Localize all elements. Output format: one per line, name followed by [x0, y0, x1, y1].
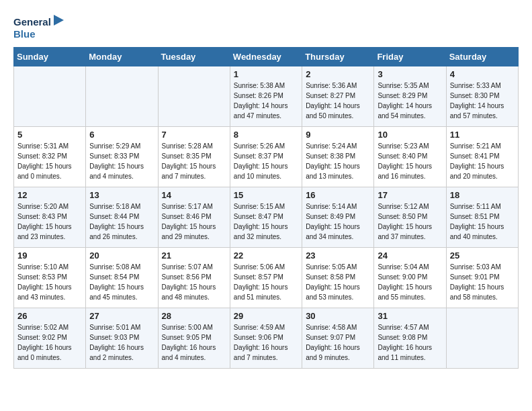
week-row-1: 1Sunrise: 5:38 AM Sunset: 8:26 PM Daylig… — [14, 66, 519, 127]
calendar-cell: 1Sunrise: 5:38 AM Sunset: 8:26 PM Daylig… — [230, 66, 302, 127]
logo-icon: GeneralBlue — [13, 13, 67, 40]
day-number: 15 — [234, 190, 298, 200]
calendar-cell — [14, 66, 86, 127]
day-number: 1 — [234, 69, 298, 79]
calendar-cell: 18Sunrise: 5:11 AM Sunset: 8:51 PM Dayli… — [446, 187, 518, 248]
day-number: 2 — [306, 69, 370, 79]
day-info: Sunrise: 5:18 AM Sunset: 8:44 PM Dayligh… — [89, 201, 154, 242]
day-number: 5 — [17, 130, 82, 140]
day-info: Sunrise: 4:58 AM Sunset: 9:07 PM Dayligh… — [306, 322, 370, 363]
calendar-cell: 17Sunrise: 5:12 AM Sunset: 8:50 PM Dayli… — [374, 187, 446, 248]
day-number: 16 — [306, 190, 370, 200]
calendar-cell — [446, 308, 518, 369]
day-number: 10 — [378, 130, 442, 140]
week-row-4: 19Sunrise: 5:10 AM Sunset: 8:53 PM Dayli… — [14, 248, 519, 308]
day-info: Sunrise: 5:20 AM Sunset: 8:43 PM Dayligh… — [17, 201, 82, 242]
day-number: 14 — [162, 190, 226, 200]
calendar-cell: 10Sunrise: 5:23 AM Sunset: 8:40 PM Dayli… — [374, 127, 446, 187]
day-info: Sunrise: 5:31 AM Sunset: 8:32 PM Dayligh… — [17, 141, 82, 181]
calendar-cell: 23Sunrise: 5:05 AM Sunset: 8:58 PM Dayli… — [302, 248, 374, 308]
day-number: 11 — [450, 130, 515, 140]
day-info: Sunrise: 5:01 AM Sunset: 9:03 PM Dayligh… — [89, 322, 154, 363]
calendar-cell: 12Sunrise: 5:20 AM Sunset: 8:43 PM Dayli… — [14, 187, 86, 248]
day-number: 25 — [450, 250, 515, 261]
calendar-table: SundayMondayTuesdayWednesdayThursdayFrid… — [13, 47, 519, 369]
day-info: Sunrise: 5:06 AM Sunset: 8:57 PM Dayligh… — [234, 262, 298, 302]
calendar-cell: 30Sunrise: 4:58 AM Sunset: 9:07 PM Dayli… — [302, 308, 374, 369]
day-info: Sunrise: 5:15 AM Sunset: 8:47 PM Dayligh… — [234, 201, 298, 242]
day-number: 23 — [306, 250, 370, 261]
weekday-header-tuesday: Tuesday — [158, 48, 230, 66]
day-number: 6 — [89, 130, 154, 140]
calendar-cell: 2Sunrise: 5:36 AM Sunset: 8:27 PM Daylig… — [302, 66, 374, 127]
calendar-cell: 25Sunrise: 5:03 AM Sunset: 9:01 PM Dayli… — [446, 248, 518, 308]
calendar-cell: 13Sunrise: 5:18 AM Sunset: 8:44 PM Dayli… — [86, 187, 158, 248]
weekday-header-saturday: Saturday — [446, 48, 518, 66]
day-number: 13 — [89, 190, 154, 200]
day-number: 28 — [162, 311, 226, 321]
day-number: 20 — [89, 250, 154, 261]
calendar-cell — [86, 66, 158, 127]
day-info: Sunrise: 5:02 AM Sunset: 9:02 PM Dayligh… — [17, 322, 82, 363]
weekday-header-friday: Friday — [374, 48, 446, 66]
day-number: 31 — [378, 311, 442, 321]
day-number: 21 — [162, 250, 226, 261]
day-number: 9 — [306, 130, 370, 140]
day-number: 18 — [450, 190, 515, 200]
calendar-cell: 16Sunrise: 5:14 AM Sunset: 8:49 PM Dayli… — [302, 187, 374, 248]
logo: GeneralBlue — [13, 13, 67, 40]
day-info: Sunrise: 5:11 AM Sunset: 8:51 PM Dayligh… — [450, 201, 515, 242]
week-row-5: 26Sunrise: 5:02 AM Sunset: 9:02 PM Dayli… — [14, 308, 519, 369]
calendar-cell: 26Sunrise: 5:02 AM Sunset: 9:02 PM Dayli… — [14, 308, 86, 369]
week-row-3: 12Sunrise: 5:20 AM Sunset: 8:43 PM Dayli… — [14, 187, 519, 248]
day-number: 4 — [450, 69, 515, 79]
day-info: Sunrise: 4:57 AM Sunset: 9:08 PM Dayligh… — [378, 322, 442, 363]
day-number: 24 — [378, 250, 442, 261]
calendar-cell: 5Sunrise: 5:31 AM Sunset: 8:32 PM Daylig… — [14, 127, 86, 187]
day-number: 7 — [162, 130, 226, 140]
calendar-cell: 22Sunrise: 5:06 AM Sunset: 8:57 PM Dayli… — [230, 248, 302, 308]
svg-text:Blue: Blue — [13, 28, 36, 40]
day-number: 26 — [17, 311, 82, 321]
calendar-cell: 7Sunrise: 5:28 AM Sunset: 8:35 PM Daylig… — [158, 127, 230, 187]
day-number: 17 — [378, 190, 442, 200]
calendar-cell: 9Sunrise: 5:24 AM Sunset: 8:38 PM Daylig… — [302, 127, 374, 187]
day-info: Sunrise: 5:05 AM Sunset: 8:58 PM Dayligh… — [306, 262, 370, 302]
calendar-cell: 11Sunrise: 5:21 AM Sunset: 8:41 PM Dayli… — [446, 127, 518, 187]
svg-text:General: General — [13, 16, 51, 28]
day-info: Sunrise: 5:33 AM Sunset: 8:30 PM Dayligh… — [450, 81, 515, 121]
day-info: Sunrise: 5:04 AM Sunset: 9:00 PM Dayligh… — [378, 262, 442, 302]
day-number: 19 — [17, 250, 82, 261]
calendar-cell: 3Sunrise: 5:35 AM Sunset: 8:29 PM Daylig… — [374, 66, 446, 127]
day-info: Sunrise: 5:29 AM Sunset: 8:33 PM Dayligh… — [89, 141, 154, 181]
calendar-cell: 21Sunrise: 5:07 AM Sunset: 8:56 PM Dayli… — [158, 248, 230, 308]
day-number: 30 — [306, 311, 370, 321]
day-number: 22 — [234, 250, 298, 261]
day-info: Sunrise: 5:23 AM Sunset: 8:40 PM Dayligh… — [378, 141, 442, 181]
calendar-cell: 8Sunrise: 5:26 AM Sunset: 8:37 PM Daylig… — [230, 127, 302, 187]
weekday-header-wednesday: Wednesday — [230, 48, 302, 66]
day-info: Sunrise: 5:38 AM Sunset: 8:26 PM Dayligh… — [234, 81, 298, 121]
day-info: Sunrise: 5:35 AM Sunset: 8:29 PM Dayligh… — [378, 81, 442, 121]
calendar-cell: 28Sunrise: 5:00 AM Sunset: 9:05 PM Dayli… — [158, 308, 230, 369]
day-info: Sunrise: 5:14 AM Sunset: 8:49 PM Dayligh… — [306, 201, 370, 242]
day-info: Sunrise: 5:28 AM Sunset: 8:35 PM Dayligh… — [162, 141, 226, 181]
day-info: Sunrise: 5:17 AM Sunset: 8:46 PM Dayligh… — [162, 201, 226, 242]
calendar-cell: 27Sunrise: 5:01 AM Sunset: 9:03 PM Dayli… — [86, 308, 158, 369]
weekday-header-sunday: Sunday — [14, 48, 86, 66]
page-header: GeneralBlue — [13, 13, 519, 40]
day-number: 12 — [17, 190, 82, 200]
day-info: Sunrise: 5:36 AM Sunset: 8:27 PM Dayligh… — [306, 81, 370, 121]
weekday-header-row: SundayMondayTuesdayWednesdayThursdayFrid… — [14, 48, 519, 66]
day-number: 29 — [234, 311, 298, 321]
day-info: Sunrise: 5:26 AM Sunset: 8:37 PM Dayligh… — [234, 141, 298, 181]
day-info: Sunrise: 4:59 AM Sunset: 9:06 PM Dayligh… — [234, 322, 298, 363]
svg-marker-2 — [54, 15, 64, 26]
day-info: Sunrise: 5:03 AM Sunset: 9:01 PM Dayligh… — [450, 262, 515, 302]
day-info: Sunrise: 5:21 AM Sunset: 8:41 PM Dayligh… — [450, 141, 515, 181]
calendar-cell — [158, 66, 230, 127]
day-info: Sunrise: 5:07 AM Sunset: 8:56 PM Dayligh… — [162, 262, 226, 302]
calendar-cell: 19Sunrise: 5:10 AM Sunset: 8:53 PM Dayli… — [14, 248, 86, 308]
day-info: Sunrise: 5:10 AM Sunset: 8:53 PM Dayligh… — [17, 262, 82, 302]
day-number: 3 — [378, 69, 442, 79]
